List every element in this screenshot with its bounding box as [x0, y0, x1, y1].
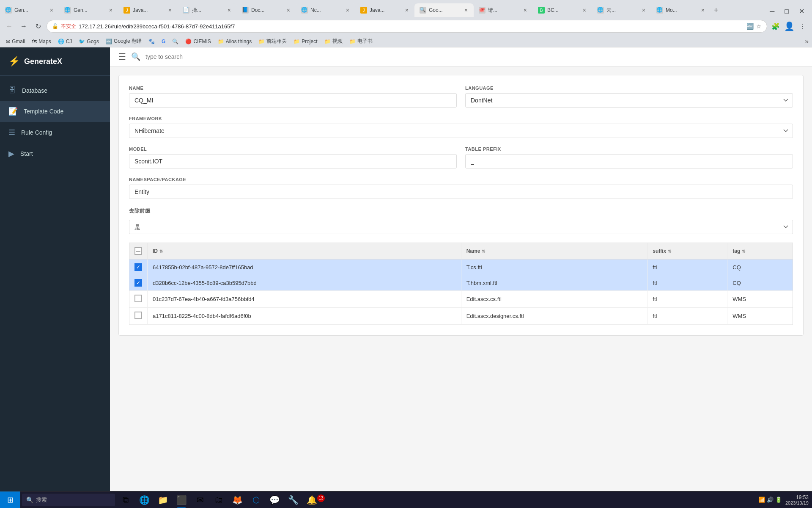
maximize-button[interactable]: □: [780, 6, 793, 17]
bookmark-g[interactable]: G: [159, 38, 168, 45]
taskview-icon: ⧉: [123, 495, 129, 505]
bookmark-ciemis[interactable]: 🔴CIEMIS: [183, 38, 213, 45]
bookmark-project[interactable]: 📁Project: [291, 38, 320, 45]
bookmark-alios[interactable]: 📁Alios things: [215, 38, 254, 45]
remove-prefix-select[interactable]: 是 否: [129, 220, 793, 234]
bookmark-baidu[interactable]: 🐾: [146, 38, 157, 45]
tab-close-8[interactable]: ×: [523, 6, 528, 14]
search-icon-button[interactable]: 🔍: [131, 52, 140, 61]
taskbar-search-box[interactable]: 🔍 搜索: [22, 494, 115, 506]
extensions-icon[interactable]: 🧩: [770, 20, 782, 32]
row-0-checkbox-cell[interactable]: [129, 260, 148, 275]
tab-3[interactable]: 📄 操... ×: [178, 3, 237, 17]
taskbar-app-devtools[interactable]: 🔧: [284, 491, 302, 508]
tab-11[interactable]: 🌐 Mo... ×: [651, 3, 710, 17]
bookmark-maps[interactable]: 🗺Maps: [29, 38, 53, 45]
close-button[interactable]: ✕: [795, 6, 809, 17]
sort-tag-icon: ⇅: [742, 249, 745, 254]
tab-0[interactable]: 🌐 Gen... ×: [0, 3, 59, 17]
tab-close-5[interactable]: ×: [345, 6, 350, 14]
taskbar-app-taskview[interactable]: ⧉: [117, 491, 134, 508]
select-all-checkbox[interactable]: [134, 247, 142, 255]
row-1-checkbox-cell[interactable]: [129, 275, 148, 291]
address-box[interactable]: 🔓 不安全 172.17.21.26/rule/edit/239bceca-f5…: [47, 20, 767, 33]
row-2-checkbox-cell[interactable]: [129, 291, 148, 308]
tab-4[interactable]: 📘 Doc... ×: [237, 3, 296, 17]
tab-6[interactable]: J Java... ×: [355, 3, 414, 17]
bookmark-video[interactable]: 📁视频: [322, 37, 345, 46]
framework-select[interactable]: NHibernate Spring Django: [129, 124, 793, 138]
row-3-checkbox-cell[interactable]: [129, 308, 148, 325]
row-0-checkbox[interactable]: [134, 263, 142, 271]
sidebar-item-template-code[interactable]: 📝 Template Code: [0, 101, 110, 122]
taskbar-app-edge[interactable]: 🌐: [135, 491, 153, 508]
hamburger-button[interactable]: ☰: [118, 52, 126, 62]
taskbar-app-files[interactable]: 🗂: [210, 491, 228, 508]
name-input[interactable]: [129, 93, 457, 108]
th-id[interactable]: ID ⇅: [148, 243, 461, 260]
tab-9[interactable]: B BC... ×: [533, 3, 592, 17]
bookmark-ebook[interactable]: 📁电子书: [347, 37, 375, 46]
bookmark-cj[interactable]: 🌐CJ: [55, 38, 75, 45]
tab-close-6[interactable]: ×: [404, 6, 409, 14]
taskbar-app-notifications[interactable]: 🔔: [303, 491, 321, 508]
reload-button[interactable]: ↻: [32, 20, 44, 32]
sidebar-item-database[interactable]: 🗄 Database: [0, 80, 110, 101]
tab-close-10[interactable]: ×: [641, 6, 646, 14]
taskbar-app-terminal[interactable]: ⬛: [173, 491, 190, 508]
table-row[interactable]: d328b6cc-12be-4355-8c89-ca3b595d7bbd T.h…: [129, 275, 793, 291]
row-3-checkbox[interactable]: [134, 312, 142, 319]
language-select[interactable]: DontNet Java Python: [465, 93, 793, 108]
table-prefix-input[interactable]: [465, 154, 793, 168]
taskbar-app-explorer[interactable]: 📁: [154, 491, 172, 508]
tab-close-2[interactable]: ×: [167, 6, 173, 14]
bookmarks-more-button[interactable]: »: [805, 38, 809, 45]
th-tag[interactable]: tag ⇅: [727, 243, 793, 260]
bookmark-translate[interactable]: 🔤Google 翻译: [103, 37, 144, 46]
sidebar-item-rule-config[interactable]: ☰ Rule Config: [0, 122, 110, 143]
taskbar-app-browser2[interactable]: 🦊: [228, 491, 246, 508]
row-1-checkbox[interactable]: [134, 279, 142, 287]
row-2-checkbox[interactable]: [134, 295, 142, 302]
tab-2[interactable]: J Java... ×: [118, 3, 178, 17]
taskbar-app-chat[interactable]: 💬: [266, 491, 283, 508]
namespace-input[interactable]: [129, 185, 793, 199]
tab-close-3[interactable]: ×: [227, 6, 232, 14]
taskbar-app-mail[interactable]: ✉: [191, 491, 209, 508]
th-suffix[interactable]: suffix ⇅: [647, 243, 727, 260]
tab-5[interactable]: 🌐 Nc... ×: [296, 3, 355, 17]
taskbar-start-button[interactable]: ⊞: [0, 491, 20, 508]
back-button[interactable]: ←: [3, 20, 15, 32]
bookmark-frontend[interactable]: 📁前端相关: [256, 37, 289, 46]
th-checkbox[interactable]: [129, 243, 148, 260]
tab-7[interactable]: 🔍 Goo... ×: [414, 3, 474, 17]
menu-icon[interactable]: ⋮: [797, 20, 809, 32]
table-row[interactable]: a171c811-8225-4c00-8db4-fafdf6ad6f0b Edi…: [129, 308, 793, 325]
tab-10[interactable]: 🌐 云... ×: [592, 3, 651, 17]
table-row[interactable]: 01c237d7-67ea-4b40-a667-fd3a756bbfd4 Edi…: [129, 291, 793, 308]
taskbar-clock[interactable]: 19:53 2023/10/19: [785, 494, 809, 505]
bookmark-star-icon[interactable]: ☆: [756, 23, 762, 30]
bookmark-gogs[interactable]: 🐦Gogs: [76, 38, 102, 45]
tab-close-0[interactable]: ×: [49, 6, 54, 14]
tab-close-1[interactable]: ×: [108, 6, 113, 14]
search-input[interactable]: [145, 53, 804, 60]
sidebar-item-start[interactable]: ▶ Start: [0, 143, 110, 164]
th-name[interactable]: Name ⇅: [461, 243, 647, 260]
new-tab-button[interactable]: +: [710, 4, 722, 17]
tab-close-7[interactable]: ×: [464, 6, 469, 14]
tab-close-4[interactable]: ×: [286, 6, 291, 14]
tab-8[interactable]: 🐙 请... ×: [474, 3, 533, 17]
bookmark-gmail[interactable]: ✉Gmail: [3, 38, 27, 45]
taskbar-app-vscode[interactable]: ⬡: [247, 491, 265, 508]
minimize-button[interactable]: ─: [765, 6, 779, 17]
tab-1[interactable]: 🌐 Gen... ×: [59, 3, 118, 17]
bookmark-search[interactable]: 🔍: [170, 38, 181, 45]
profile-icon[interactable]: 👤: [783, 20, 795, 32]
translate-icon[interactable]: 🔤: [746, 23, 754, 30]
table-row[interactable]: 6417855b-02bf-487a-9572-8de7ff165bad T.c…: [129, 260, 793, 275]
forward-button[interactable]: →: [18, 20, 30, 32]
model-input[interactable]: [129, 154, 457, 168]
tab-close-11[interactable]: ×: [700, 6, 705, 14]
tab-close-9[interactable]: ×: [582, 6, 587, 14]
